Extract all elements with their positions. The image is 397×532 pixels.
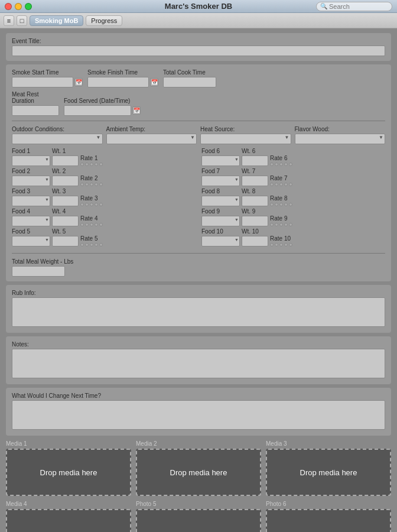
minimize-button[interactable]: [15, 3, 22, 10]
food-8-select[interactable]: [201, 196, 240, 206]
dot[interactable]: [289, 183, 292, 186]
toolbar-icon1[interactable]: ≡: [4, 15, 14, 26]
dot[interactable]: [284, 223, 288, 226]
event-title-input[interactable]: [12, 46, 385, 56]
dot[interactable]: [270, 183, 274, 186]
food-7-wt-input[interactable]: [242, 176, 268, 186]
dot[interactable]: [284, 203, 288, 206]
media-2-dropzone[interactable]: Drop media here: [136, 449, 261, 496]
food-1-wt-input[interactable]: [52, 155, 79, 166]
dot[interactable]: [85, 243, 89, 246]
dot[interactable]: [275, 223, 278, 226]
dot[interactable]: [95, 203, 98, 206]
rub-textarea[interactable]: [12, 297, 385, 327]
food-8-wt-input[interactable]: [242, 196, 268, 206]
food-2-select[interactable]: [12, 176, 50, 186]
maximize-button[interactable]: [25, 3, 32, 10]
dot[interactable]: [279, 163, 283, 166]
dot[interactable]: [289, 203, 292, 206]
dot[interactable]: [80, 243, 84, 246]
notes-textarea[interactable]: [12, 349, 385, 378]
dot[interactable]: [80, 223, 84, 226]
dot[interactable]: [270, 223, 274, 226]
dot[interactable]: [289, 243, 292, 246]
dot[interactable]: [279, 203, 283, 206]
dot[interactable]: [279, 243, 283, 246]
dot[interactable]: [80, 183, 84, 186]
food-6-select[interactable]: [201, 155, 240, 166]
meat-rest-input[interactable]: [12, 105, 59, 116]
dot[interactable]: [95, 243, 98, 246]
dot[interactable]: [95, 163, 98, 166]
dot[interactable]: [270, 163, 274, 166]
dot[interactable]: [279, 183, 283, 186]
dot[interactable]: [85, 203, 89, 206]
food-served-input[interactable]: [64, 105, 131, 116]
dot[interactable]: [270, 203, 274, 206]
dot[interactable]: [270, 243, 274, 246]
food-10-wt-input[interactable]: [242, 236, 268, 246]
dot[interactable]: [80, 163, 84, 166]
food-5-select[interactable]: [12, 236, 50, 246]
food-10-select[interactable]: [201, 236, 240, 246]
food-served-calendar-icon[interactable]: 📅: [132, 106, 141, 115]
dot[interactable]: [85, 183, 89, 186]
change-textarea[interactable]: [12, 400, 385, 430]
food-9-select[interactable]: [201, 216, 240, 226]
total-cook-input[interactable]: [163, 77, 216, 87]
dot[interactable]: [90, 243, 93, 246]
dot[interactable]: [90, 223, 93, 226]
smoke-finish-calendar-icon[interactable]: 📅: [150, 78, 158, 86]
heat-select[interactable]: Charcoal Wood Gas Electric: [200, 134, 291, 144]
food-3-select[interactable]: [12, 196, 50, 206]
dot[interactable]: [284, 243, 288, 246]
dot[interactable]: [90, 163, 93, 166]
dot[interactable]: [275, 243, 278, 246]
food-4-wt-input[interactable]: [52, 216, 79, 226]
ambient-select[interactable]: [106, 134, 197, 144]
food-7-select[interactable]: [201, 176, 240, 186]
flavor-select[interactable]: Hickory Mesquite Apple Cherry: [295, 134, 386, 144]
media-5-dropzone[interactable]: Drop media here: [136, 509, 261, 532]
dot[interactable]: [275, 163, 278, 166]
food-9-wt-input[interactable]: [242, 216, 268, 226]
dot[interactable]: [99, 223, 103, 226]
search-bar[interactable]: 🔍: [316, 2, 392, 11]
dot[interactable]: [90, 183, 93, 186]
dot[interactable]: [99, 203, 103, 206]
smoke-start-input[interactable]: [12, 77, 73, 87]
dot[interactable]: [80, 203, 84, 206]
food-6-wt-input[interactable]: [242, 155, 268, 166]
dot[interactable]: [284, 163, 288, 166]
food-1-select[interactable]: [12, 155, 50, 166]
smoke-start-calendar-icon[interactable]: 📅: [74, 78, 83, 86]
dot[interactable]: [99, 163, 103, 166]
dot[interactable]: [275, 183, 278, 186]
outdoor-select[interactable]: Clear Cloudy Rainy Windy: [12, 134, 103, 144]
total-meal-input[interactable]: [12, 266, 65, 277]
food-4-select[interactable]: [12, 216, 50, 226]
dot[interactable]: [289, 223, 292, 226]
close-button[interactable]: [5, 3, 12, 10]
media-3-dropzone[interactable]: Drop media here: [266, 449, 391, 496]
dot[interactable]: [85, 223, 89, 226]
dot[interactable]: [95, 183, 98, 186]
dot[interactable]: [289, 163, 292, 166]
search-input[interactable]: [329, 3, 388, 10]
tab-progress[interactable]: Progress: [86, 15, 122, 26]
dot[interactable]: [279, 223, 283, 226]
smoke-finish-input[interactable]: [87, 77, 149, 87]
dot[interactable]: [99, 243, 103, 246]
dot[interactable]: [275, 203, 278, 206]
media-1-dropzone[interactable]: Drop media here: [6, 449, 131, 496]
dot[interactable]: [99, 183, 103, 186]
media-4-dropzone[interactable]: Drop media here: [6, 509, 131, 532]
dot[interactable]: [90, 203, 93, 206]
toolbar-icon2[interactable]: □: [17, 15, 27, 26]
dot[interactable]: [95, 223, 98, 226]
food-3-wt-input[interactable]: [52, 196, 79, 206]
dot[interactable]: [85, 163, 89, 166]
media-6-dropzone[interactable]: Drop media here: [266, 509, 391, 532]
dot[interactable]: [284, 183, 288, 186]
window-controls[interactable]: [5, 3, 35, 10]
